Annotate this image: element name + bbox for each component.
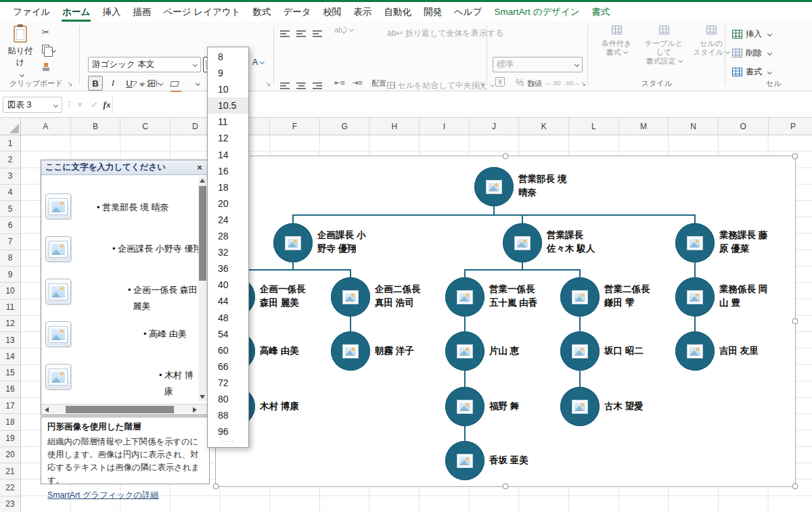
row-header-18[interactable]: 18 xyxy=(0,414,20,430)
font-size-option-10.5[interactable]: 10.5 xyxy=(208,97,248,114)
font-size-option-54[interactable]: 54 xyxy=(208,326,248,342)
font-size-option-18[interactable]: 18 xyxy=(208,179,248,195)
column-header-M[interactable]: M xyxy=(619,118,669,135)
font-size-option-28[interactable]: 28 xyxy=(208,228,248,244)
copy-button[interactable] xyxy=(42,44,55,56)
org-node-n9[interactable] xyxy=(675,277,715,317)
selection-handle[interactable] xyxy=(213,484,219,490)
column-header-K[interactable]: K xyxy=(519,118,569,135)
tab-ファイル[interactable]: ファイル xyxy=(7,2,56,22)
tab-SmartArt のデザイン[interactable]: SmartArt のデザイン xyxy=(488,2,585,22)
scroll-left-icon[interactable] xyxy=(45,407,49,413)
name-box[interactable]: 図表 3 xyxy=(3,97,62,113)
org-node-n7[interactable] xyxy=(445,277,484,317)
org-node-n12[interactable] xyxy=(445,331,484,371)
tab-書式[interactable]: 書式 xyxy=(586,2,616,22)
row-header-12[interactable]: 12 xyxy=(0,316,20,332)
row-header-10[interactable]: 10 xyxy=(0,283,20,299)
align-bottom-button[interactable] xyxy=(313,28,322,40)
align-right-button[interactable] xyxy=(313,80,322,92)
selection-handle[interactable] xyxy=(792,319,798,325)
fill-chevron[interactable] xyxy=(196,81,200,86)
org-node-n16[interactable] xyxy=(445,387,484,426)
column-header-J[interactable]: J xyxy=(470,118,520,135)
row-header-17[interactable]: 17 xyxy=(0,398,20,414)
column-header-C[interactable]: C xyxy=(120,118,171,135)
column-header-B[interactable]: B xyxy=(71,118,121,135)
alignment-dialog-launcher[interactable]: ↘ xyxy=(478,80,486,88)
font-dialog-launcher[interactable]: ↘ xyxy=(264,80,272,88)
org-node-n2[interactable] xyxy=(273,223,313,262)
font-size-option-72[interactable]: 72 xyxy=(208,375,248,391)
align-center-button[interactable] xyxy=(296,80,306,92)
tab-開発[interactable]: 開発 xyxy=(418,2,448,22)
font-size-option-24[interactable]: 24 xyxy=(208,212,248,228)
style-button-1[interactable]: テーブルとして 書式設定 xyxy=(641,26,686,66)
font-size-option-12[interactable]: 12 xyxy=(208,130,248,146)
insert-function-button[interactable]: fx xyxy=(100,98,114,112)
clipboard-dialog-launcher[interactable]: ↘ xyxy=(66,80,74,88)
text-pane-item[interactable]: • 企画一係長 森田 麗美 xyxy=(128,282,198,315)
org-node-n4[interactable] xyxy=(675,223,715,262)
vertical-scrollbar[interactable] xyxy=(198,177,207,401)
row-header-3[interactable]: 3 xyxy=(0,168,20,185)
select-all-corner[interactable] xyxy=(0,118,21,135)
percent-format-button[interactable]: % xyxy=(516,77,524,88)
cut-button[interactable]: ✂ xyxy=(42,27,49,37)
org-node-n6[interactable] xyxy=(331,277,370,317)
font-name-combo[interactable]: 游ゴシック 本文 xyxy=(88,57,201,72)
fill-color-button[interactable] xyxy=(171,77,181,93)
text-pane-item[interactable]: • 木村 博 康 xyxy=(159,367,198,400)
paste-button[interactable]: 貼り付け xyxy=(5,26,35,80)
scrollbar-thumb[interactable] xyxy=(199,186,206,281)
row-header-13[interactable]: 13 xyxy=(0,332,20,348)
font-size-option-14[interactable]: 14 xyxy=(208,147,248,163)
org-node-n8[interactable] xyxy=(560,277,600,317)
tab-表示[interactable]: 表示 xyxy=(348,2,378,22)
tab-自動化[interactable]: 自動化 xyxy=(378,2,418,22)
placeholder-image-icon[interactable] xyxy=(45,321,71,347)
scroll-up-icon[interactable] xyxy=(200,179,205,183)
format-painter-button[interactable] xyxy=(42,62,51,74)
selection-handle[interactable] xyxy=(503,154,509,160)
number-dialog-launcher[interactable]: ↘ xyxy=(579,80,587,88)
text-pane-header[interactable]: ここに文字を入力してください × xyxy=(41,160,209,175)
column-header-L[interactable]: L xyxy=(569,118,619,135)
tab-校閲[interactable]: 校閲 xyxy=(317,2,348,22)
selection-handle[interactable] xyxy=(792,484,798,490)
placeholder-image-icon[interactable] xyxy=(45,193,71,219)
tab-ページ レイアウト[interactable]: ページ レイアウト xyxy=(157,2,246,22)
org-node-n18[interactable] xyxy=(445,441,484,480)
cells-button-挿入[interactable]: 挿入 xyxy=(732,28,771,40)
enter-button[interactable]: ✓ xyxy=(88,98,102,112)
column-header-H[interactable]: H xyxy=(369,118,420,135)
tab-ホーム[interactable]: ホーム xyxy=(56,2,96,22)
font-size-option-48[interactable]: 48 xyxy=(208,310,248,326)
row-header-5[interactable]: 5 xyxy=(0,201,20,217)
column-header-I[interactable]: I xyxy=(420,118,470,135)
org-node-n1[interactable] xyxy=(474,167,514,206)
tab-数式[interactable]: 数式 xyxy=(246,2,277,22)
cells-button-書式[interactable]: 書式 xyxy=(732,66,771,78)
row-header-1[interactable]: 1 xyxy=(0,135,20,152)
tab-挿入[interactable]: 挿入 xyxy=(96,2,127,22)
font-size-option-8[interactable]: 8 xyxy=(208,49,248,65)
row-header-2[interactable]: 2 xyxy=(0,152,20,168)
style-button-2[interactable]: セルの スタイル xyxy=(689,26,734,57)
font-size-option-40[interactable]: 40 xyxy=(208,277,248,293)
row-header-8[interactable]: 8 xyxy=(0,250,20,266)
number-format-combo[interactable]: 標準 xyxy=(493,57,583,72)
cancel-button[interactable]: × xyxy=(73,98,87,112)
tab-データ[interactable]: データ xyxy=(277,2,317,22)
decrease-font-button[interactable]: A xyxy=(252,57,264,67)
font-size-option-60[interactable]: 60 xyxy=(208,342,248,358)
font-size-option-10[interactable]: 10 xyxy=(208,81,248,97)
selection-handle[interactable] xyxy=(792,154,798,160)
row-header-14[interactable]: 14 xyxy=(0,348,20,365)
row-header-15[interactable]: 15 xyxy=(0,365,20,381)
orientation-button[interactable]: ab⤸ xyxy=(334,26,353,34)
bold-button[interactable]: B xyxy=(88,76,103,91)
decrease-decimal-button[interactable]: .00→ xyxy=(564,79,580,87)
scroll-right-icon[interactable] xyxy=(193,407,197,413)
row-header-21[interactable]: 21 xyxy=(0,463,20,480)
